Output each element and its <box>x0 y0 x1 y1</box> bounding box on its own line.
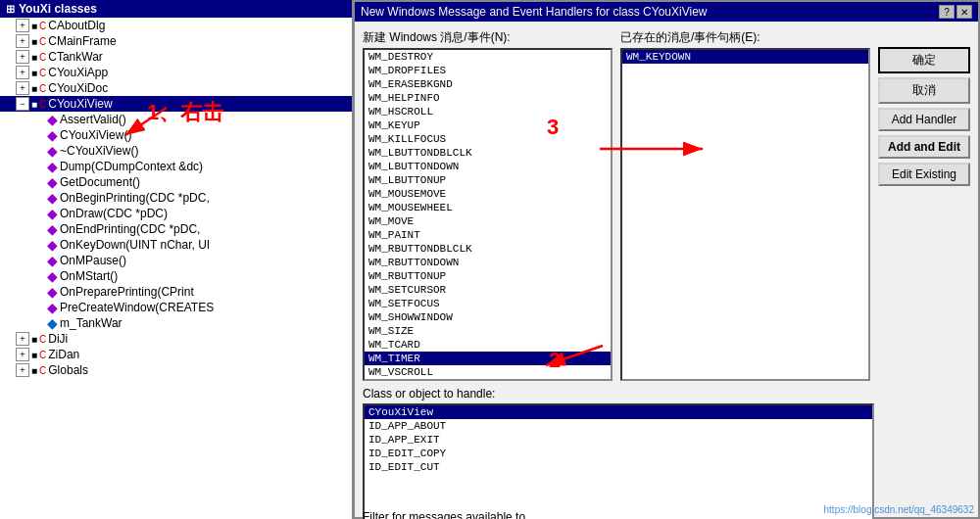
tree-item-precreatewindow[interactable]: ◆PreCreateWindow(CREATES <box>0 300 352 315</box>
class-c-icon: C <box>39 83 46 94</box>
tree-item-globals[interactable]: +■CGlobals <box>0 362 352 378</box>
new-messages-list[interactable]: WM_DESTROYWM_DROPFILESWM_ERASEBKGNDWM_HE… <box>363 48 612 381</box>
expand-icon-diji[interactable]: + <box>16 332 29 346</box>
close-button[interactable]: ✕ <box>956 5 972 19</box>
new-messages-panel: 新建 Windows 消息/事件(N): WM_DESTROYWM_DROPFI… <box>363 29 612 381</box>
expand-icon-zidan[interactable]: + <box>16 348 29 361</box>
new-message-item[interactable]: WM_KEYUP <box>365 118 611 132</box>
tree-item-assertvalid[interactable]: ◆AssertValid() <box>0 112 352 127</box>
tree-item-label: OnDraw(CDC *pDC) <box>60 207 168 220</box>
tree-item-cyouxiview_ctor[interactable]: ◆CYouXiView() <box>0 127 352 143</box>
expand-icon-caboutdlg[interactable]: + <box>16 19 29 32</box>
tree-item-zidan[interactable]: +■CZiDan <box>0 347 352 362</box>
tree-item-label: PreCreateWindow(CREATES <box>60 301 214 314</box>
tree-item-label: CYouXiView() <box>60 128 131 142</box>
tree-item-onkeydown[interactable]: ◆OnKeyDown(UINT nChar, UI <box>0 237 352 253</box>
new-message-item[interactable]: WM_LBUTTONUP <box>365 173 611 187</box>
new-message-item[interactable]: WM_VSCROLL <box>365 365 611 379</box>
class-c-icon: C <box>39 68 46 78</box>
new-message-item[interactable]: WM_TCARD <box>365 338 611 352</box>
class-c-icon: C <box>39 365 46 376</box>
tree-item-label: DiJi <box>48 332 68 346</box>
help-button[interactable]: ? <box>939 5 955 19</box>
tree-item-label: CAboutDlg <box>48 19 105 32</box>
new-message-item[interactable]: WM_PAINT <box>365 228 611 242</box>
new-message-item[interactable]: WM_SETCURSOR <box>365 283 611 297</box>
class-object-list[interactable]: CYouXiViewID_APP_ABOUTID_APP_EXITID_EDIT… <box>363 403 874 519</box>
class-c-icon: C <box>39 36 46 47</box>
class-c-icon: C <box>39 21 46 31</box>
expand-icon-cyouxiapp[interactable]: + <box>16 66 29 79</box>
class-object-item[interactable]: ID_APP_EXIT <box>365 433 872 447</box>
method-icon: ◆ <box>47 191 58 205</box>
tree-item-cmainframe[interactable]: +■CCMainFrame <box>0 33 352 49</box>
add-handler-button[interactable]: Add Handler <box>878 108 970 131</box>
class-box-icon: ■ <box>31 68 37 78</box>
class-box-icon: ■ <box>31 350 37 360</box>
tree-item-ctankwar[interactable]: +■CCTankWar <box>0 49 352 65</box>
new-message-item[interactable]: WM_MOUSEWHEEL <box>365 201 611 214</box>
edit-existing-button[interactable]: Edit Existing <box>878 163 970 186</box>
dialog-titlebar: New Windows Message and Event Handlers f… <box>355 2 978 22</box>
tree-item-caboutdlg[interactable]: +■CCAboutDlg <box>0 18 352 33</box>
expand-icon-cmainframe[interactable]: + <box>16 34 29 48</box>
tree-item-label: CMainFrame <box>48 34 116 48</box>
new-message-item[interactable]: WM_ERASEBKGND <box>365 77 611 91</box>
new-message-item[interactable]: WM_SHOWWINDOW <box>365 310 611 324</box>
new-message-item[interactable]: WM_KILLFOCUS <box>365 132 611 146</box>
new-message-item[interactable]: WM_TIMER <box>365 352 611 365</box>
new-message-item[interactable]: WM_LBUTTONDOWN <box>365 160 611 173</box>
class-object-item[interactable]: ID_APP_ABOUT <box>365 419 872 433</box>
class-c-icon: C <box>39 334 46 345</box>
expand-icon-cyouxiview[interactable]: − <box>16 97 29 111</box>
cancel-button[interactable]: 取消 <box>878 77 970 104</box>
tree-item-onprepareprinting[interactable]: ◆OnPreparePrinting(CPrint <box>0 284 352 300</box>
tree-container[interactable]: +■CCAboutDlg+■CCMainFrame+■CCTankWar+■CC… <box>0 18 352 515</box>
existing-handlers-list[interactable]: WM_KEYDOWN <box>620 48 870 381</box>
tree-item-onbeginprinting[interactable]: ◆OnBeginPrinting(CDC *pDC, <box>0 190 352 206</box>
tree-item-cyouxiview_dtor[interactable]: ◆~CYouXiView() <box>0 143 352 159</box>
existing-handler-item[interactable]: WM_KEYDOWN <box>622 50 868 64</box>
new-message-item[interactable]: WM_HELPINFO <box>365 91 611 105</box>
var-icon: ◆ <box>47 316 58 330</box>
tree-item-dump[interactable]: ◆Dump(CDumpContext &dc) <box>0 159 352 174</box>
tree-item-cyouxiview[interactable]: −■CCYouXiView <box>0 96 352 112</box>
new-message-item[interactable]: WM_HSCROLL <box>365 105 611 118</box>
class-object-item[interactable]: CYouXiView <box>365 405 872 419</box>
new-message-item[interactable]: WM_RBUTTONDOWN <box>365 256 611 269</box>
tree-item-diji[interactable]: +■CDiJi <box>0 331 352 347</box>
tree-item-onmpause[interactable]: ◆OnMPause() <box>0 253 352 268</box>
method-icon: ◆ <box>47 254 58 267</box>
new-message-item[interactable]: WM_DESTROY <box>365 50 611 64</box>
tree-item-cyouxiapp[interactable]: +■CCYouXiApp <box>0 65 352 80</box>
new-message-item[interactable]: WM_SETFOCUS <box>365 297 611 310</box>
new-message-item[interactable]: WM_RBUTTONUP <box>365 269 611 283</box>
new-message-item[interactable]: WM_RBUTTONDBLCLK <box>365 242 611 256</box>
tree-item-m_tankwar[interactable]: ◆m_TankWar <box>0 315 352 331</box>
tree-item-onmstart[interactable]: ◆OnMStart() <box>0 268 352 284</box>
expand-icon-cyouxidoc[interactable]: + <box>16 81 29 95</box>
expand-icon-globals[interactable]: + <box>16 363 29 377</box>
expand-icon-ctankwar[interactable]: + <box>16 50 29 64</box>
tree-item-ondraw[interactable]: ◆OnDraw(CDC *pDC) <box>0 206 352 221</box>
dialog-title: New Windows Message and Event Handlers f… <box>361 5 708 19</box>
class-object-item[interactable]: ID_EDIT_COPY <box>365 447 872 460</box>
tree-title: ⊞ YouXi classes <box>0 0 352 18</box>
tree-item-cyouxidoc[interactable]: +■CCYouXiDoc <box>0 80 352 96</box>
new-message-item[interactable]: WM_MOVE <box>365 214 611 228</box>
new-message-item[interactable]: WM_SIZE <box>365 324 611 338</box>
method-icon: ◆ <box>47 285 58 299</box>
tree-item-label: Globals <box>48 363 88 377</box>
tree-item-onendprinting[interactable]: ◆OnEndPrinting(CDC *pDC, <box>0 221 352 237</box>
tree-item-label: AssertValid() <box>60 113 126 126</box>
new-message-item[interactable]: WM_LBUTTONDBLCLK <box>365 146 611 160</box>
confirm-button[interactable]: 确定 <box>878 47 970 73</box>
method-icon: ◆ <box>47 144 58 158</box>
method-icon: ◆ <box>47 222 58 236</box>
tree-item-getdocument[interactable]: ◆GetDocument() <box>0 174 352 190</box>
new-message-item[interactable]: WM_MOUSEMOVE <box>365 187 611 201</box>
new-message-item[interactable]: WM_DROPFILES <box>365 64 611 77</box>
dialog-body: 新建 Windows 消息/事件(N): WM_DESTROYWM_DROPFI… <box>355 22 978 519</box>
add-and-edit-button[interactable]: Add and Edit <box>878 135 970 159</box>
class-object-item[interactable]: ID_EDIT_CUT <box>365 460 872 474</box>
